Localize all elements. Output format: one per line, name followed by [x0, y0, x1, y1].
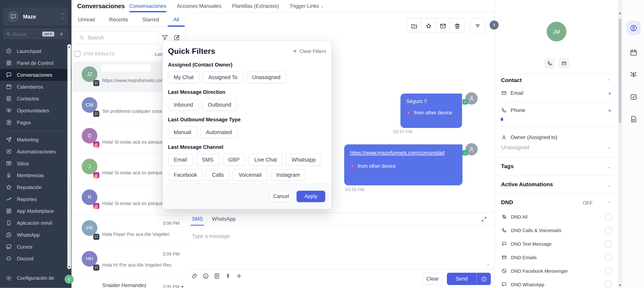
- folder-button[interactable]: [407, 18, 421, 33]
- filter-chip-sms[interactable]: SMS: [196, 154, 219, 166]
- sidebar-search[interactable]: ctrl K: [3, 29, 68, 39]
- composer-tab-sms[interactable]: SMS: [192, 216, 203, 226]
- phone-field[interactable]: Phone: [501, 107, 526, 113]
- trash-button[interactable]: [450, 18, 464, 33]
- filter-chip-voicemail[interactable]: Voicemail: [233, 169, 267, 181]
- sidebar-search-input[interactable]: [11, 31, 42, 36]
- resize-handle-icon[interactable]: [486, 262, 490, 266]
- email-contact-button[interactable]: [558, 58, 569, 69]
- filter-chip-unassigned[interactable]: Unassigned: [246, 71, 286, 83]
- plus-icon[interactable]: [236, 273, 242, 279]
- next-conversation-button[interactable]: [490, 20, 498, 29]
- filter-chip-instagram[interactable]: Instagram: [270, 169, 306, 181]
- workspace-switcher[interactable]: Maze ⌃⌄: [3, 7, 68, 25]
- quick-actions-button[interactable]: [56, 30, 65, 37]
- sidebar-item-app-marketplace[interactable]: App Marketplace: [0, 205, 72, 217]
- select-all-checkbox[interactable]: [74, 51, 80, 57]
- filter-chip-my-chat[interactable]: My Chat: [168, 71, 200, 83]
- chat-filter-button[interactable]: [470, 18, 486, 34]
- chevron-down-icon[interactable]: ⌄: [608, 165, 611, 169]
- chevron-down-icon[interactable]: ⌄: [608, 145, 611, 149]
- sidebar-item-conversaciones[interactable]: Conversaciones: [0, 69, 72, 81]
- message-input[interactable]: Type a message: [192, 233, 230, 239]
- clear-button[interactable]: Clear: [422, 273, 443, 285]
- expand-icon[interactable]: [481, 216, 487, 222]
- dnd-toggle[interactable]: [605, 267, 612, 274]
- sidebar-scroll-thumb[interactable]: [68, 48, 71, 175]
- filter-chip-manual[interactable]: Manual: [168, 126, 197, 138]
- filter-chip-facebook[interactable]: Facebook: [168, 169, 203, 181]
- dnd-toggle[interactable]: [605, 240, 612, 247]
- schedule-send-button[interactable]: [477, 276, 491, 282]
- scroll-up-icon[interactable]: ▲: [68, 45, 71, 48]
- smiley-icon[interactable]: [202, 273, 209, 279]
- cancel-button[interactable]: Cancel: [270, 191, 292, 202]
- call-contact-button[interactable]: [544, 58, 555, 69]
- clear-filters-button[interactable]: ✕ Clear Filters: [293, 48, 326, 54]
- chevron-up-icon[interactable]: ⌃: [608, 201, 611, 205]
- conversation-row[interactable]: HHHola H! Por aca Ale Vogeleri Rec3:05 P…: [72, 246, 186, 277]
- filter-chip-assigned-to[interactable]: Assigned To: [203, 71, 243, 83]
- mail-button[interactable]: [436, 18, 450, 33]
- filter-chip-email[interactable]: Email: [168, 154, 193, 166]
- rail-item-calendar[interactable]: [627, 46, 640, 59]
- message-link[interactable]: https://www.mazefunnels.com/comunidad: [350, 149, 457, 157]
- list-tab-starred[interactable]: Starred: [142, 12, 159, 27]
- scroll-down-icon[interactable]: ▼: [68, 265, 71, 268]
- add-email-button[interactable]: +: [608, 91, 612, 96]
- sidebar-item-launchpad[interactable]: Launchpad: [0, 45, 72, 57]
- tab-acciones-manuales[interactable]: Acciones Manuales: [177, 0, 222, 12]
- tab-plantillas-extractos-[interactable]: Plantillas (Extractos): [232, 0, 279, 12]
- rail-item-check-square[interactable]: [627, 90, 640, 103]
- sidebar-item-automatizaciones[interactable]: Automatizaciones: [0, 145, 72, 157]
- list-tab-recents[interactable]: Recents: [109, 12, 128, 27]
- composer-tab-whatsapp[interactable]: WhatsApp: [212, 216, 236, 226]
- dnd-toggle[interactable]: [605, 254, 612, 261]
- sidebar-item-calendarios[interactable]: Calendarios: [0, 81, 72, 93]
- sidebar-item-marketing[interactable]: Marketing: [0, 134, 72, 145]
- dnd-toggle[interactable]: [605, 281, 612, 288]
- paperclip-icon[interactable]: [191, 273, 198, 279]
- sidebar-collapse-button[interactable]: [64, 275, 74, 284]
- chevron-down-icon[interactable]: ⌄: [608, 183, 611, 187]
- scroll-down-icon[interactable]: ▼: [618, 284, 622, 287]
- send-button[interactable]: Send: [447, 273, 491, 285]
- filter-chip-inbound[interactable]: Inbound: [168, 99, 199, 111]
- filter-chip-live-chat[interactable]: Live Chat: [248, 154, 283, 166]
- filter-chip-whatsapp[interactable]: Whatsapp: [286, 154, 322, 166]
- sidebar-item-membres-as[interactable]: Membresías: [0, 169, 72, 181]
- filter-chip-outbound[interactable]: Outbound: [202, 99, 237, 111]
- conversation-row[interactable]: PRHola Pepe! Por aca Ale Vogeleri3:06 PM: [72, 215, 186, 246]
- rail-item-file[interactable]: [627, 112, 640, 126]
- sidebar-item-aplicaci-n-m-vil[interactable]: Aplicación móvil: [0, 217, 72, 229]
- conversation-search-input[interactable]: [84, 34, 146, 41]
- filter-chip-calls[interactable]: Calls: [206, 169, 230, 181]
- sidebar-item-discord[interactable]: Discord: [0, 253, 72, 265]
- sidebar-item-oportunidades[interactable]: Oportunidades: [0, 105, 72, 117]
- dollar-icon[interactable]: [225, 273, 231, 279]
- owner-select[interactable]: Unassigned: [501, 144, 529, 150]
- scroll-up-icon[interactable]: ▲: [618, 11, 622, 14]
- sidebar-item-sitios[interactable]: Sitios: [0, 157, 72, 169]
- rail-item-person-circle[interactable]: [627, 21, 640, 34]
- template-icon[interactable]: [214, 273, 220, 279]
- sidebar-item-settings[interactable]: Configuración de: [0, 272, 72, 284]
- compose-icon[interactable]: [173, 34, 180, 41]
- scroll-down-icon[interactable]: ▼: [181, 285, 184, 288]
- conversation-search[interactable]: [74, 31, 158, 44]
- list-tab-all[interactable]: All: [173, 12, 179, 27]
- panel-scroll-thumb[interactable]: [618, 18, 621, 123]
- conversation-row[interactable]: Snaider Hernandez3:05 PM▼: [72, 277, 186, 288]
- apply-button[interactable]: Apply: [296, 191, 325, 202]
- sidebar-item-whatsapp[interactable]: WhatsApp: [0, 229, 72, 241]
- filter-funnel-icon[interactable]: [162, 34, 168, 41]
- dnd-toggle[interactable]: [605, 213, 612, 220]
- filter-chip-gbp[interactable]: GBP: [222, 154, 245, 166]
- sidebar-item-cursos[interactable]: Cursos: [0, 241, 72, 253]
- sidebar-scrollbar[interactable]: ▲ ▼: [68, 44, 71, 269]
- rail-item-opportunities[interactable]: [627, 68, 640, 81]
- filter-chip-automated[interactable]: Automated: [200, 126, 238, 138]
- sidebar-item-pagos[interactable]: Pagos: [0, 117, 72, 129]
- tab-trigger-links[interactable]: Trigger Links⌄: [290, 0, 324, 12]
- chevron-up-icon[interactable]: ⌃: [608, 79, 611, 83]
